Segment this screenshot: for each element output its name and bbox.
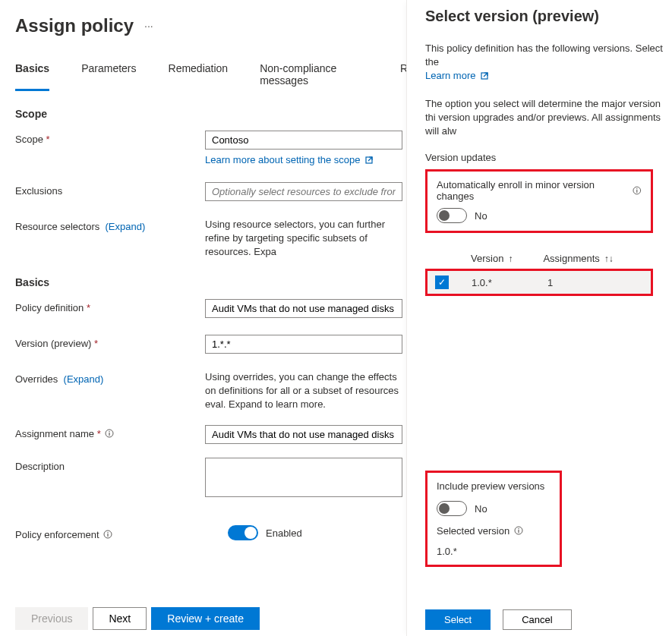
selected-version-value: 1.0.*: [437, 546, 551, 557]
assignment-name-input[interactable]: [205, 425, 402, 444]
label-version-preview: Version (preview) *: [15, 335, 205, 349]
wizard-tabs: Basics Parameters Remediation Non-compli…: [15, 62, 406, 91]
selected-version-label: Selected version: [437, 525, 510, 537]
version-input[interactable]: [205, 335, 402, 354]
panel-learn-more-link[interactable]: Learn more: [425, 70, 489, 81]
previous-button: Previous: [15, 607, 88, 630]
overrides-help-text: Using overrides, you can change the effe…: [205, 370, 406, 412]
version-updates-heading: Version updates: [425, 152, 672, 163]
highlight-auto-enroll: Automatically enroll in minor version ch…: [425, 169, 653, 233]
select-button[interactable]: Select: [425, 609, 491, 630]
panel-title: Select version (preview): [425, 8, 672, 25]
label-policy-definition: Policy definition *: [15, 299, 205, 313]
wizard-bottom-bar: Previous Next Review + create: [15, 607, 260, 630]
policy-definition-input[interactable]: [205, 299, 402, 318]
auto-enroll-state: No: [475, 210, 487, 222]
version-table: Version Assignments ✓ 1.0.* 1: [425, 253, 672, 296]
external-link-icon: [364, 156, 374, 165]
include-preview-state: No: [475, 503, 487, 515]
next-button[interactable]: Next: [93, 607, 147, 630]
tab-parameters[interactable]: Parameters: [81, 62, 136, 91]
page-title: Assign policy: [15, 15, 134, 36]
scope-input[interactable]: [205, 131, 402, 150]
resource-selectors-expand-link[interactable]: (Expand): [106, 221, 146, 232]
section-basics-heading: Basics: [15, 276, 406, 288]
label-description: Description: [15, 458, 205, 472]
info-icon[interactable]: [103, 530, 112, 539]
version-column-header[interactable]: Version: [471, 253, 513, 264]
assign-policy-page: Assign policy ··· Basics Parameters Reme…: [0, 0, 406, 636]
auto-enroll-toggle[interactable]: [437, 208, 467, 223]
cancel-button[interactable]: Cancel: [503, 609, 571, 630]
assignments-column-header[interactable]: Assignments: [543, 253, 613, 264]
tab-basics[interactable]: Basics: [15, 62, 49, 91]
info-icon[interactable]: [105, 429, 114, 438]
include-preview-toggle[interactable]: [437, 501, 467, 516]
policy-enforcement-state: Enabled: [266, 527, 302, 539]
resource-selectors-help-text: Using resource selectors, you can furthe…: [205, 218, 406, 260]
scope-learn-more-link[interactable]: Learn more about setting the scope: [205, 154, 374, 165]
external-link-icon: [480, 71, 489, 80]
tab-noncompliance[interactable]: Non-compliance messages: [260, 62, 368, 91]
label-exclusions: Exclusions: [15, 182, 205, 197]
overrides-expand-link[interactable]: (Expand): [64, 373, 104, 385]
version-row-version: 1.0.*: [472, 277, 547, 288]
label-overrides: Overrides (Expand): [15, 370, 205, 385]
highlight-preview-box: Include preview versions No Selected ver…: [425, 471, 562, 567]
exclusions-input[interactable]: [205, 182, 402, 201]
tab-truncated[interactable]: R: [400, 62, 406, 91]
tab-remediation[interactable]: Remediation: [169, 62, 229, 91]
panel-option-text: The option you select will determine the…: [425, 97, 672, 139]
label-scope: Scope *: [15, 131, 205, 145]
description-textarea[interactable]: [205, 458, 402, 497]
policy-enforcement-toggle[interactable]: [228, 525, 258, 540]
include-preview-label: Include preview versions: [437, 480, 551, 492]
select-version-panel: Select version (preview) This policy def…: [406, 0, 672, 636]
more-actions-button[interactable]: ···: [144, 20, 153, 32]
label-policy-enforcement: Policy enforcement: [15, 526, 205, 540]
section-scope-heading: Scope: [15, 108, 406, 120]
version-row-checkbox[interactable]: ✓: [435, 275, 449, 289]
label-resource-selectors: Resource selectors (Expand): [15, 218, 205, 232]
version-row-selected[interactable]: ✓ 1.0.* 1: [425, 269, 653, 296]
auto-enroll-label: Automatically enroll in minor version ch…: [437, 179, 628, 202]
info-icon[interactable]: [633, 186, 642, 195]
label-assignment-name: Assignment name *: [15, 425, 205, 439]
info-icon[interactable]: [514, 526, 523, 535]
version-row-assignments: 1: [547, 277, 553, 288]
panel-intro-text: This policy definition has the following…: [425, 42, 672, 83]
review-create-button[interactable]: Review + create: [151, 607, 260, 630]
